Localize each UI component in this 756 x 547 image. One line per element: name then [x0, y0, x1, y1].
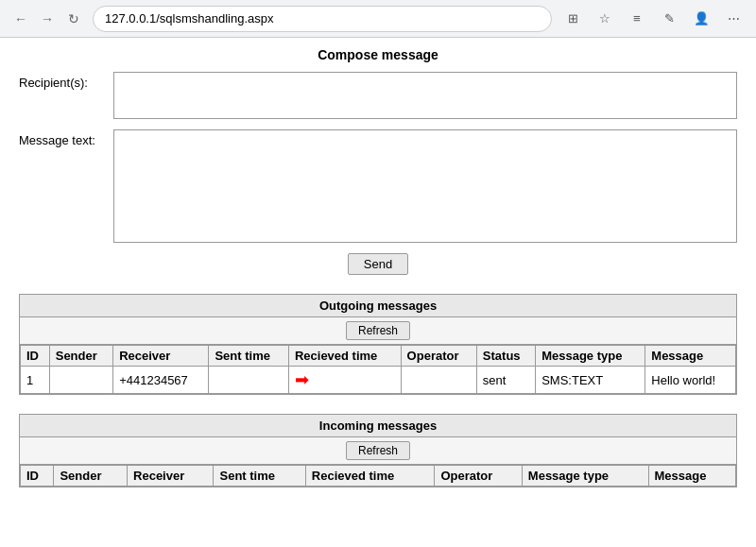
page-content: Compose message Recipient(s): Message te…	[0, 38, 756, 525]
recipients-row: Recipient(s):	[19, 72, 737, 122]
incoming-title: Incoming messages	[20, 415, 736, 437]
col-status: Status	[476, 346, 535, 367]
col-operator: Operator	[401, 346, 476, 367]
col-message-type: Message type	[536, 346, 645, 367]
outgoing-refresh-row: Refresh	[20, 317, 736, 345]
back-button[interactable]: ←	[9, 8, 32, 30]
cell-sender	[49, 367, 112, 394]
col-receiver: Receiver	[128, 466, 214, 487]
cell-status: sent	[476, 367, 535, 394]
incoming-refresh-row: Refresh	[20, 437, 736, 465]
cell-operator	[401, 367, 476, 394]
message-label: Message text:	[19, 129, 113, 147]
recipients-label: Recipient(s):	[19, 72, 113, 90]
profile-button[interactable]: 👤	[688, 6, 714, 32]
edit-button[interactable]: ✎	[656, 6, 682, 32]
cell-received-time: ➡	[288, 367, 401, 394]
col-sent-time: Sent time	[209, 346, 289, 367]
table-row: 1 +441234567 ➡ sent SMS:TEXT Hello world…	[21, 367, 736, 394]
reload-button[interactable]: ↻	[62, 8, 85, 30]
nav-buttons: ← → ↻	[9, 8, 85, 30]
col-sender: Sender	[49, 346, 112, 367]
col-received-time: Recieved time	[288, 346, 401, 367]
cell-receiver: +441234567	[113, 367, 209, 394]
col-id: ID	[21, 346, 50, 367]
compose-title: Compose message	[19, 47, 737, 62]
outgoing-section: Outgoing messages Refresh ID Sender Rece…	[19, 294, 737, 395]
col-message: Message	[645, 346, 736, 367]
send-row: Send	[19, 253, 737, 275]
compose-section: Compose message Recipient(s): Message te…	[19, 47, 737, 275]
cell-id: 1	[21, 367, 50, 394]
cell-sent-time	[209, 367, 289, 394]
message-input[interactable]	[113, 129, 737, 243]
cell-message: Hello world!	[645, 367, 736, 394]
tab-grid-button[interactable]: ⊞	[559, 6, 586, 32]
bookmark-button[interactable]: ☆	[592, 6, 618, 32]
recipients-input-area	[113, 72, 737, 122]
col-sent-time: Sent time	[214, 466, 305, 487]
message-row: Message text:	[19, 129, 737, 246]
browser-actions: ⊞ ☆ ≡ ✎ 👤 ⋯	[559, 6, 747, 32]
col-message: Message	[648, 466, 735, 487]
col-received-time: Recieved time	[305, 466, 435, 487]
incoming-refresh-button[interactable]: Refresh	[346, 441, 410, 460]
arrow-icon: ➡	[295, 370, 309, 389]
address-bar[interactable]: 127.0.0.1/sqlsmshandling.aspx	[93, 6, 552, 32]
incoming-table-wrapper: Incoming messages Refresh ID Sender Rece…	[19, 414, 737, 487]
col-operator: Operator	[435, 466, 522, 487]
browser-chrome: ← → ↻ 127.0.0.1/sqlsmshandling.aspx ⊞ ☆ …	[0, 0, 756, 38]
outgoing-refresh-button[interactable]: Refresh	[346, 321, 410, 340]
outgoing-header-row: ID Sender Receiver Sent time Recieved ti…	[21, 346, 736, 367]
outgoing-title: Outgoing messages	[20, 295, 736, 317]
recipients-input[interactable]	[113, 72, 737, 119]
forward-button[interactable]: →	[36, 8, 59, 30]
col-sender: Sender	[54, 466, 128, 487]
incoming-section: Incoming messages Refresh ID Sender Rece…	[19, 414, 737, 487]
more-button[interactable]: ⋯	[720, 6, 747, 32]
outgoing-table: ID Sender Receiver Sent time Recieved ti…	[20, 345, 736, 394]
outgoing-table-wrapper: Outgoing messages Refresh ID Sender Rece…	[19, 294, 737, 395]
incoming-header-row: ID Sender Receiver Sent time Recieved ti…	[21, 466, 736, 487]
col-receiver: Receiver	[113, 346, 209, 367]
incoming-table: ID Sender Receiver Sent time Recieved ti…	[20, 465, 736, 487]
menu-button[interactable]: ≡	[624, 6, 650, 32]
send-button[interactable]: Send	[348, 253, 408, 275]
message-input-area	[113, 129, 737, 246]
url-text: 127.0.0.1/sqlsmshandling.aspx	[105, 11, 274, 26]
col-message-type: Message type	[522, 466, 648, 487]
cell-message-type: SMS:TEXT	[536, 367, 645, 394]
col-id: ID	[21, 466, 54, 487]
